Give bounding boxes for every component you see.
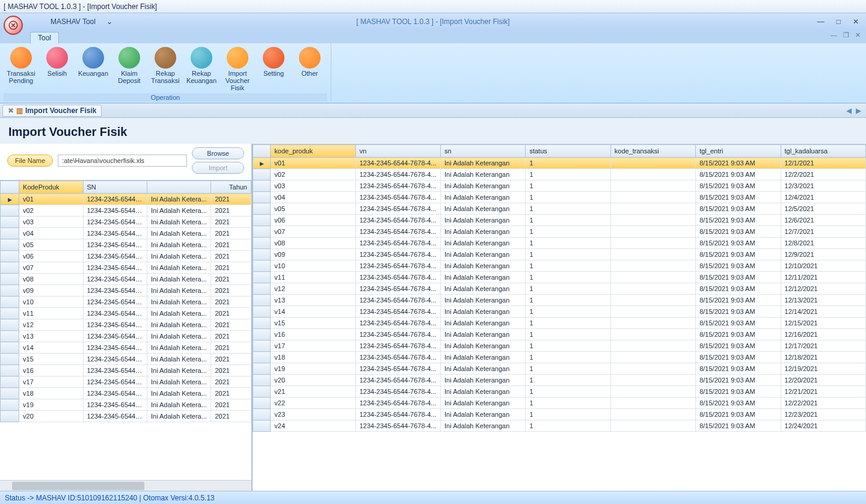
cell[interactable]: Ini Adalah Ketera... xyxy=(147,228,210,239)
cell[interactable]: Ini Adalah Keterangan xyxy=(441,295,526,306)
cell[interactable]: 8/15/2021 9:03 AM xyxy=(696,238,781,249)
cell[interactable]: 8/15/2021 9:03 AM xyxy=(696,169,781,180)
cell[interactable]: v19 xyxy=(19,399,83,411)
table-row[interactable]: v031234-2345-6544-...Ini Adalah Ketera..… xyxy=(1,217,251,228)
table-row[interactable]: v181234-2345-6544-7678-4...Ini Adalah Ke… xyxy=(253,352,866,363)
cell[interactable]: 1234-2345-6544-... xyxy=(83,251,147,262)
cell[interactable]: Ini Adalah Keterangan xyxy=(441,398,526,409)
row-indicator[interactable] xyxy=(253,329,271,340)
cell[interactable] xyxy=(610,363,695,375)
cell[interactable]: 8/15/2021 9:03 AM xyxy=(696,295,781,306)
cell[interactable]: 12/23/2021 xyxy=(781,409,865,420)
cell[interactable]: Ini Adalah Keterangan xyxy=(441,352,526,363)
cell[interactable] xyxy=(610,329,695,340)
cell[interactable]: v02 xyxy=(19,205,83,217)
right-col-header[interactable]: sn xyxy=(441,145,526,158)
cell[interactable]: 1234-2345-6544-7678-4... xyxy=(355,203,440,215)
cell[interactable]: 1234-2345-6544-... xyxy=(83,365,147,376)
cell[interactable]: 12/24/2021 xyxy=(781,420,865,432)
table-row[interactable]: v171234-2345-6544-7678-4...Ini Adalah Ke… xyxy=(253,340,866,352)
cell[interactable]: 12/2/2021 xyxy=(781,169,865,180)
table-row[interactable]: v111234-2345-6544-...Ini Adalah Ketera..… xyxy=(1,308,251,319)
row-indicator[interactable] xyxy=(1,297,19,308)
ribbon-btn-transaksi-pending[interactable]: Transaksi Pending xyxy=(4,46,38,93)
cell[interactable]: 1234-2345-6544-7678-4... xyxy=(355,318,440,329)
cell[interactable]: 1234-2345-6544-7678-4... xyxy=(355,238,440,249)
cell[interactable]: Ini Adalah Keterangan xyxy=(441,420,526,432)
ribbon-btn-other[interactable]: Other xyxy=(292,46,327,93)
cell[interactable]: 1234-2345-6544-... xyxy=(83,285,147,297)
row-indicator[interactable] xyxy=(1,365,19,376)
cell[interactable]: Ini Adalah Ketera... xyxy=(147,331,210,342)
cell[interactable]: 1 xyxy=(526,238,610,249)
cell[interactable]: 2021 xyxy=(211,194,251,205)
right-col-header[interactable]: kode_produk xyxy=(271,145,355,158)
cell[interactable]: v08 xyxy=(271,238,355,249)
table-row[interactable]: v151234-2345-6544-7678-4...Ini Adalah Ke… xyxy=(253,318,866,329)
cell[interactable]: v09 xyxy=(271,249,355,260)
doc-tab-close-icon[interactable]: ✖ xyxy=(8,106,14,115)
cell[interactable]: 12/5/2021 xyxy=(781,203,865,215)
cell[interactable]: Ini Adalah Keterangan xyxy=(441,375,526,386)
cell[interactable]: 1 xyxy=(526,318,610,329)
cell[interactable]: Ini Adalah Keterangan xyxy=(441,180,526,192)
cell[interactable]: 1234-2345-6544-... xyxy=(83,297,147,308)
table-row[interactable]: v121234-2345-6544-7678-4...Ini Adalah Ke… xyxy=(253,283,866,295)
cell[interactable]: Ini Adalah Keterangan xyxy=(441,260,526,272)
row-indicator[interactable] xyxy=(253,363,271,375)
cell[interactable]: 1 xyxy=(526,340,610,352)
cell[interactable]: 1234-2345-6544-... xyxy=(83,331,147,342)
cell[interactable]: 12/8/2021 xyxy=(781,238,865,249)
ribbon-btn-setting[interactable]: Setting xyxy=(256,46,291,93)
cell[interactable]: 12/20/2021 xyxy=(781,375,865,386)
cell[interactable]: 2021 xyxy=(211,239,251,251)
cell[interactable]: 8/15/2021 9:03 AM xyxy=(696,158,781,169)
row-indicator[interactable] xyxy=(253,375,271,386)
cell[interactable]: Ini Adalah Ketera... xyxy=(147,205,210,217)
cell[interactable]: Ini Adalah Ketera... xyxy=(147,285,210,297)
ribbon-tab-tool[interactable]: Tool xyxy=(30,32,59,43)
cell[interactable]: v14 xyxy=(19,342,83,354)
cell[interactable]: v07 xyxy=(19,262,83,274)
cell[interactable]: 8/15/2021 9:03 AM xyxy=(696,306,781,318)
table-row[interactable]: v091234-2345-6544-...Ini Adalah Ketera..… xyxy=(1,285,251,297)
cell[interactable]: 2021 xyxy=(211,342,251,354)
cell[interactable]: v18 xyxy=(271,352,355,363)
cell[interactable]: Ini Adalah Keterangan xyxy=(441,283,526,295)
table-row[interactable]: v011234-2345-6544-...Ini Adalah Ketera..… xyxy=(1,194,251,205)
cell[interactable]: 2021 xyxy=(211,228,251,239)
cell[interactable]: 2021 xyxy=(211,262,251,274)
left-grid[interactable]: KodeProdukSNTahunv011234-2345-6544-...In… xyxy=(0,180,251,480)
cell[interactable]: 8/15/2021 9:03 AM xyxy=(696,329,781,340)
cell[interactable]: 1234-2345-6544-7678-4... xyxy=(355,249,440,260)
row-indicator[interactable] xyxy=(253,318,271,329)
cell[interactable]: 1 xyxy=(526,398,610,409)
table-row[interactable]: v101234-2345-6544-...Ini Adalah Ketera..… xyxy=(1,297,251,308)
cell[interactable]: Ini Adalah Ketera... xyxy=(147,217,210,228)
table-row[interactable]: v161234-2345-6544-...Ini Adalah Ketera..… xyxy=(1,365,251,376)
table-row[interactable]: v121234-2345-6544-...Ini Adalah Ketera..… xyxy=(1,319,251,331)
cell[interactable]: 1234-2345-6544-7678-4... xyxy=(355,398,440,409)
cell[interactable] xyxy=(610,386,695,398)
row-indicator[interactable] xyxy=(253,215,271,226)
table-row[interactable]: v071234-2345-6544-7678-4...Ini Adalah Ke… xyxy=(253,226,866,238)
table-row[interactable]: v021234-2345-6544-...Ini Adalah Ketera..… xyxy=(1,205,251,217)
cell[interactable]: 1234-2345-6544-7678-4... xyxy=(355,283,440,295)
doc-nav-next-icon[interactable]: ▶ xyxy=(855,106,862,115)
cell[interactable]: v05 xyxy=(19,239,83,251)
cell[interactable]: v03 xyxy=(19,217,83,228)
cell[interactable]: 1 xyxy=(526,192,610,203)
cell[interactable]: 1234-2345-6544-7678-4... xyxy=(355,420,440,432)
table-row[interactable]: v081234-2345-6544-7678-4...Ini Adalah Ke… xyxy=(253,238,866,249)
cell[interactable]: v21 xyxy=(271,386,355,398)
cell[interactable]: 2021 xyxy=(211,285,251,297)
cell[interactable]: 1 xyxy=(526,306,610,318)
cell[interactable]: v16 xyxy=(19,365,83,376)
cell[interactable]: 12/12/2021 xyxy=(781,283,865,295)
cell[interactable] xyxy=(610,352,695,363)
cell[interactable]: 1234-2345-6544-... xyxy=(83,205,147,217)
table-row[interactable]: v101234-2345-6544-7678-4...Ini Adalah Ke… xyxy=(253,260,866,272)
table-row[interactable]: v131234-2345-6544-...Ini Adalah Ketera..… xyxy=(1,331,251,342)
table-row[interactable]: v181234-2345-6544-...Ini Adalah Ketera..… xyxy=(1,388,251,399)
cell[interactable]: 12/9/2021 xyxy=(781,249,865,260)
